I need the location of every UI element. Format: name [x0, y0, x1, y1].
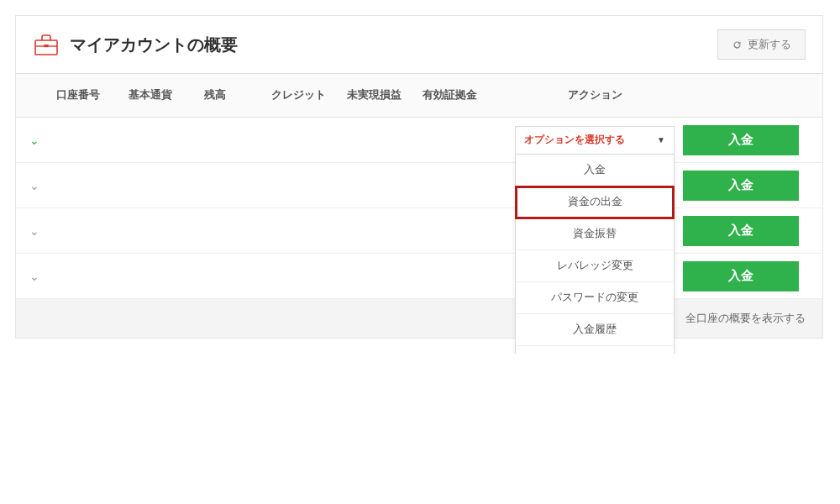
refresh-icon: [732, 39, 743, 50]
action-dropdown-menu: 入金 資金の出金 資金振替 レバレッジ変更 パスワードの変更 入金履歴 出金履歴…: [515, 155, 675, 354]
page-title: マイアカウントの概要: [70, 34, 238, 56]
deposit-button[interactable]: 入金: [683, 171, 799, 201]
dropdown-item-withdraw-history[interactable]: 出金履歴: [516, 346, 674, 354]
table-header-row: 口座番号 基本通貨 残高 クレジット 未実現損益 有効証拠金 アクション: [16, 74, 822, 118]
chevron-down-icon: ▼: [657, 135, 665, 144]
deposit-button[interactable]: 入金: [683, 261, 799, 291]
svg-rect-1: [44, 45, 49, 47]
th-unrealized: 未実現損益: [347, 88, 423, 102]
dropdown-item-deposit[interactable]: 入金: [516, 155, 674, 186]
action-select-label: オプションを選択する: [524, 133, 625, 147]
th-margin: 有効証拠金: [423, 88, 507, 102]
dropdown-item-transfer[interactable]: 資金振替: [516, 218, 674, 250]
briefcase-icon: [33, 31, 60, 58]
table-row: ⌄ 入金: [16, 254, 822, 299]
account-table: 口座番号 基本通貨 残高 クレジット 未実現損益 有効証拠金 アクション ⌄ オ…: [16, 73, 822, 338]
dropdown-item-password[interactable]: パスワードの変更: [516, 282, 674, 314]
dropdown-item-deposit-history[interactable]: 入金履歴: [516, 314, 674, 346]
header-left: マイアカウントの概要: [33, 31, 238, 58]
table-footer: 全口座の概要を表示する: [16, 299, 822, 338]
panel-header: マイアカウントの概要 更新する: [16, 16, 822, 73]
account-summary-panel: マイアカウントの概要 更新する 口座番号 基本通貨 残高 クレジット 未実現損益…: [15, 15, 823, 339]
deposit-button[interactable]: 入金: [683, 125, 799, 155]
deposit-button[interactable]: 入金: [683, 216, 799, 246]
table-row: ⌄ オプションを選択する ▼ 入金 資金の出金 資金振替 レバレッジ変更 パスワ…: [16, 118, 822, 163]
dropdown-item-leverage[interactable]: レバレッジ変更: [516, 250, 674, 282]
th-action: アクション: [507, 88, 683, 102]
th-credit: クレジット: [271, 88, 347, 102]
refresh-label: 更新する: [748, 37, 791, 52]
show-all-link[interactable]: 全口座の概要を表示する: [685, 311, 806, 326]
th-balance: 残高: [204, 88, 271, 102]
expand-toggle[interactable]: ⌄: [29, 224, 39, 238]
action-select[interactable]: オプションを選択する ▼ 入金 資金の出金 資金振替 レバレッジ変更 パスワード…: [515, 126, 675, 155]
expand-toggle[interactable]: ⌄: [29, 134, 39, 147]
dropdown-item-withdraw[interactable]: 資金の出金: [516, 186, 674, 218]
action-select-face[interactable]: オプションを選択する ▼: [515, 126, 675, 155]
expand-toggle[interactable]: ⌄: [29, 179, 39, 192]
th-account: 口座番号: [53, 88, 129, 102]
table-row: ⌄ 入金: [16, 208, 822, 254]
th-currency: 基本通貨: [129, 88, 204, 102]
refresh-button[interactable]: 更新する: [717, 29, 806, 60]
expand-toggle[interactable]: ⌄: [29, 270, 39, 283]
svg-rect-0: [35, 40, 57, 55]
table-row: ⌄ 入金: [16, 163, 822, 208]
